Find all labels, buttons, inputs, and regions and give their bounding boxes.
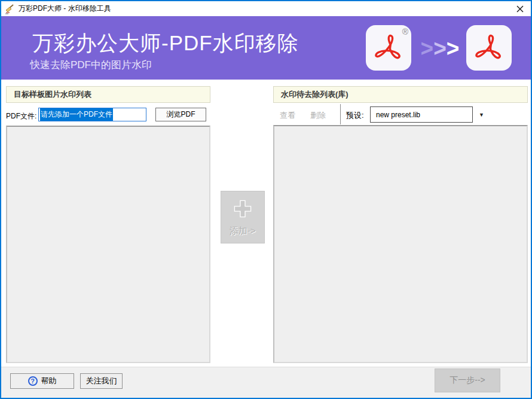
target-watermark-list[interactable] bbox=[6, 126, 210, 363]
delete-button[interactable]: 删除 bbox=[310, 110, 326, 121]
footer-bar: ? 帮助 关注我们 下一步--> bbox=[1, 367, 531, 398]
adobe-pdf-icon bbox=[372, 32, 405, 64]
app-window: 万彩PDF大师 - 水印移除工具 万彩办公大师-PDF水印移除 快速去除PDF中… bbox=[0, 0, 532, 399]
target-panel-title: 目标样板图片水印列表 bbox=[6, 86, 210, 103]
adobe-pdf-icon bbox=[473, 32, 505, 64]
transform-arrows: > > > bbox=[416, 32, 464, 64]
library-panel-title: 水印待去除列表(库) bbox=[273, 86, 528, 103]
title-bar: 万彩PDF大师 - 水印移除工具 bbox=[1, 1, 531, 16]
chevron-icon: > bbox=[433, 36, 447, 60]
add-button[interactable]: 添加-> bbox=[221, 191, 265, 243]
banner-subtitle: 快速去除PDF中的图片水印 bbox=[30, 58, 152, 72]
next-step-button[interactable]: 下一步--> bbox=[435, 368, 500, 392]
app-banner: 万彩办公大师-PDF水印移除 快速去除PDF中的图片水印 ® > > > bbox=[1, 16, 531, 80]
view-button[interactable]: 查看 bbox=[280, 110, 295, 121]
help-button-label: 帮助 bbox=[41, 376, 57, 386]
pdf-file-input-selected-text: 请先添加一个PDF文件 bbox=[40, 108, 113, 121]
follow-us-button[interactable]: 关注我们 bbox=[80, 373, 123, 389]
broom-icon bbox=[4, 4, 15, 14]
pdf-file-input[interactable]: 请先添加一个PDF文件 bbox=[38, 108, 146, 121]
chevron-down-icon[interactable]: ▼ bbox=[479, 112, 484, 118]
add-button-label: 添加-> bbox=[230, 226, 256, 237]
toolbar-separator bbox=[340, 104, 341, 124]
pdf-result-tile bbox=[466, 25, 512, 71]
plus-icon bbox=[231, 197, 254, 220]
banner-title: 万彩办公大师-PDF水印移除 bbox=[32, 29, 299, 57]
chevron-icon: > bbox=[421, 36, 434, 60]
pdf-file-label: PDF文件: bbox=[6, 111, 36, 121]
browse-pdf-button[interactable]: 浏览PDF bbox=[155, 108, 206, 121]
registered-mark: ® bbox=[402, 27, 408, 36]
library-watermark-list[interactable] bbox=[273, 125, 528, 363]
help-icon: ? bbox=[28, 376, 38, 386]
preset-label: 预设: bbox=[346, 110, 364, 121]
help-button[interactable]: ? 帮助 bbox=[10, 373, 74, 389]
preset-combobox[interactable]: new preset.lib bbox=[370, 106, 473, 123]
chevron-icon: > bbox=[447, 36, 460, 60]
pdf-source-tile: ® bbox=[366, 25, 411, 71]
close-icon[interactable] bbox=[512, 3, 528, 15]
window-title: 万彩PDF大师 - 水印移除工具 bbox=[19, 4, 111, 14]
